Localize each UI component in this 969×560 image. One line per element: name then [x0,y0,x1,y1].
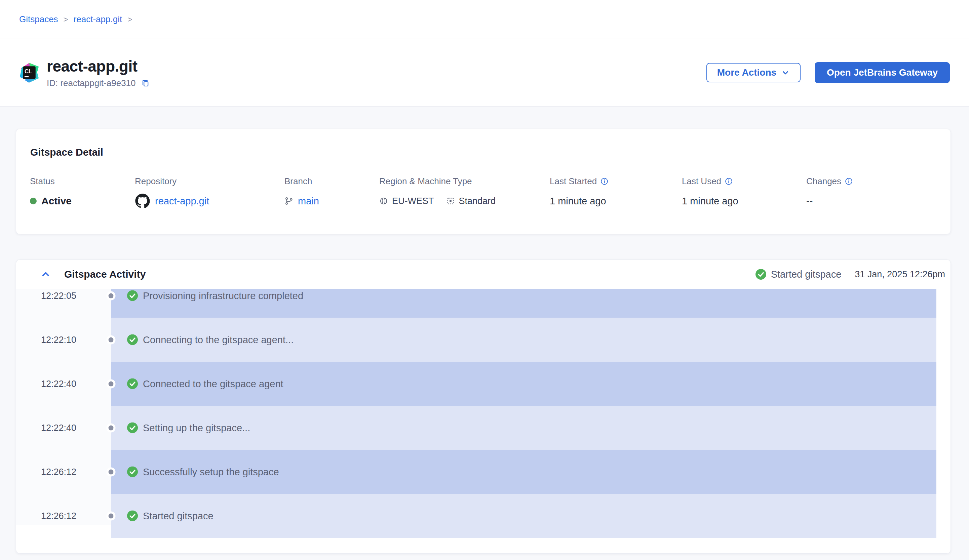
region-value: EU-WEST [392,196,434,206]
field-last-used: Last Used 1 minute ago [682,176,738,209]
breadcrumb-link-gitspaces[interactable]: Gitspaces [19,14,58,25]
machine-value: Standard [459,196,496,206]
page-title: react-app.git [47,57,150,75]
activity-heading: Gitspace Activity [64,269,146,280]
copy-id-button[interactable] [140,79,150,88]
status-label: Status [30,176,72,187]
timeline-dot-icon [108,337,114,342]
log-time: 12:26:12 [41,510,76,521]
log-message: Successfully setup the gitspace [143,466,279,477]
field-repository: Repository react-app.git [135,176,209,209]
field-status: Status Active [30,176,72,209]
region-value-group: EU-WEST [379,196,434,206]
breadcrumb-bar: Gitspaces > react-app.git > [0,0,969,39]
info-icon[interactable] [725,178,733,185]
gitspace-id: ID: reactappgit-a9e310 [47,78,136,88]
info-icon[interactable] [601,178,608,185]
branch-label: Branch [285,176,319,187]
github-icon [135,193,150,209]
log-message: Setting up the gitspace... [143,422,250,433]
page-header: CL react-app.git ID: reactappgit-a9e310 [0,39,969,106]
log-message: Connecting to the gitspace agent... [143,334,293,345]
check-circle-icon [127,291,138,301]
region-machine-label: Region & Machine Type [379,176,496,187]
collapse-activity-button[interactable] [41,269,51,279]
chevron-up-icon [41,269,51,279]
last-used-label: Last Used [682,176,721,186]
activity-log-row: 12:22:10 Connecting to the gitspace agen… [16,317,951,362]
gitspace-detail-card: Gitspace Detail Status Active Repository… [16,129,951,234]
gitspace-id-row: ID: reactappgit-a9e310 [47,78,150,88]
status-badge-label: Started gitspace [771,269,842,280]
activity-log-row: 12:22:40 Setting up the gitspace... [16,406,951,450]
copy-icon [140,79,150,88]
activity-log-row: 12:22:05 Provisioning infrastructure com… [16,289,951,317]
gateway-button-label: Open JetBrains Gateway [827,67,938,78]
timeline-dot-icon [108,381,114,386]
clion-ide-logo-icon: CL [19,63,39,83]
status-badge: Started gitspace [756,269,842,280]
breadcrumb: Gitspaces > react-app.git > [19,14,132,25]
log-row-background [111,494,936,538]
activity-log-row: 12:22:40 Connected to the gitspace agent [16,362,951,406]
activity-log-row: 12:26:12 Successfully setup the gitspace [16,450,951,494]
more-actions-label: More Actions [717,67,776,78]
timeline-dot-icon [108,293,114,298]
info-icon[interactable] [845,178,852,185]
status-value: Active [42,195,72,207]
repository-link[interactable]: react-app.git [155,196,209,207]
machine-value-group: Standard [446,196,496,206]
log-time: 12:22:10 [41,334,76,345]
log-message: Started gitspace [143,510,213,521]
check-circle-icon [127,379,138,389]
changes-value: -- [806,196,812,207]
timeline-dot-icon [108,513,114,518]
log-time: 12:22:40 [41,379,76,389]
title-column: react-app.git ID: reactappgit-a9e310 [47,57,150,88]
header-actions: More Actions Open JetBrains Gateway [706,62,950,83]
more-actions-button[interactable]: More Actions [706,63,801,82]
globe-icon [379,197,388,205]
timeline-dot-icon [108,469,114,474]
check-circle-icon [127,334,138,345]
check-circle-icon [756,269,766,280]
timeline-dot-icon [108,425,114,430]
detail-heading: Gitspace Detail [30,146,936,158]
breadcrumb-link-gitspace-name[interactable]: react-app.git [73,14,122,25]
repository-label: Repository [135,176,209,187]
last-started-label: Last Started [550,176,597,186]
activity-timestamp: 31 Jan, 2025 12:26pm [855,269,945,280]
activity-log-scroll-area[interactable]: 12:22:05 Provisioning infrastructure com… [16,289,951,540]
log-time: 12:22:05 [41,291,76,301]
log-message: Provisioning infrastructure completed [143,290,303,301]
title-group: CL react-app.git ID: reactappgit-a9e310 [19,57,150,88]
gitspace-activity-card: Gitspace Activity Started gitspace 31 Ja… [16,259,951,553]
log-time: 12:22:40 [41,422,76,433]
branch-link[interactable]: main [298,196,319,207]
field-last-started: Last Started 1 minute ago [550,176,608,209]
status-active-dot-icon [30,198,37,204]
log-time: 12:26:12 [41,467,76,477]
check-circle-icon [127,422,138,433]
field-branch: Branch main [285,176,319,209]
last-used-value: 1 minute ago [682,196,738,207]
activity-log-row: 12:26:12 Started gitspace [16,494,951,538]
field-region-machine: Region & Machine Type EU-WEST Standard [379,176,496,209]
breadcrumb-separator-icon: > [127,15,132,24]
changes-label: Changes [806,176,841,186]
check-circle-icon [127,467,138,477]
check-circle-icon [127,510,138,521]
activity-status-group: Started gitspace 31 Jan, 2025 12:26pm [756,269,945,280]
chevron-down-icon [781,68,790,77]
log-message: Connected to the gitspace agent [143,378,283,389]
field-changes: Changes -- [806,176,852,209]
machine-type-icon [446,197,455,205]
breadcrumb-separator-icon: > [63,15,68,24]
open-jetbrains-gateway-button[interactable]: Open JetBrains Gateway [815,62,950,83]
git-branch-icon [285,197,293,205]
activity-header: Gitspace Activity Started gitspace 31 Ja… [16,260,951,289]
svg-text:CL: CL [25,68,32,75]
last-started-value: 1 minute ago [550,196,606,207]
